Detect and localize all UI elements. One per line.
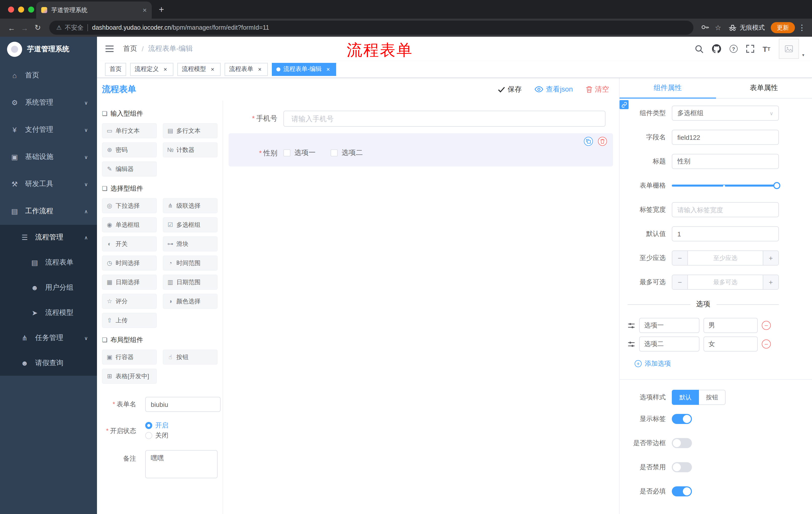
reload-button[interactable]: ↻ (31, 23, 44, 32)
tag-home[interactable]: 首页 (105, 63, 126, 76)
update-button[interactable]: 更新 (771, 22, 795, 33)
sidebar-item-home[interactable]: ⌂首页 (0, 62, 97, 89)
component-table[interactable]: ⊞表格[开发中] (102, 369, 157, 384)
component-multi-text[interactable]: ▤多行文本 (163, 123, 218, 138)
fullscreen-icon[interactable] (746, 45, 754, 53)
increase-button[interactable]: + (763, 251, 778, 265)
maximize-window-button[interactable] (28, 6, 34, 12)
drag-handle-icon[interactable] (628, 340, 635, 348)
sidebar-item-system-mgmt[interactable]: ⚙系统管理∨ (0, 89, 97, 116)
password-key-icon[interactable] (698, 23, 712, 32)
field-name-input[interactable] (672, 130, 779, 145)
breadcrumb-item[interactable]: 首页 (123, 44, 137, 53)
decrease-button[interactable]: − (672, 275, 687, 289)
sidebar-item-infrastructure[interactable]: ▣基础设施∨ (0, 143, 97, 170)
sidebar-item-payment-mgmt[interactable]: ¥支付管理∨ (0, 116, 97, 143)
minimize-window-button[interactable] (18, 6, 24, 12)
option-value-input[interactable] (703, 318, 758, 333)
sidebar-item-task-mgmt[interactable]: ⋔任务管理∨ (0, 325, 97, 351)
component-select[interactable]: ◎下拉选择 (102, 198, 157, 213)
checkbox-icon[interactable] (330, 150, 338, 156)
slider-handle[interactable] (773, 182, 780, 189)
component-time-picker[interactable]: ◷时间选择 (102, 255, 157, 271)
component-cascader[interactable]: ⋔级联选择 (163, 198, 218, 213)
close-icon[interactable]: × (162, 65, 169, 73)
sidebar-logo[interactable]: 芋道管理系统 (0, 37, 97, 62)
add-option-button[interactable]: + 添加选项 (635, 359, 671, 368)
component-radio-group[interactable]: ◉单选框组 (102, 217, 157, 232)
gender-option-2[interactable]: 选项二 (330, 148, 363, 157)
option-name-input[interactable] (639, 336, 699, 352)
status-radio[interactable]: 开启 (145, 421, 179, 430)
component-checkbox-group[interactable]: ☑多选框组 (163, 217, 218, 232)
max-select-input[interactable] (687, 275, 763, 289)
close-icon[interactable]: × (209, 65, 216, 73)
gender-widget-selected[interactable]: 性别 选项一选项二 (229, 133, 613, 166)
component-date-picker[interactable]: ▦日期选择 (102, 275, 157, 290)
tag-process-form[interactable]: 流程表单× (225, 63, 268, 76)
back-button[interactable]: ← (5, 23, 18, 32)
component-row-container[interactable]: ▣行容器 (102, 350, 157, 364)
avatar[interactable] (779, 39, 799, 59)
decrease-button[interactable]: − (672, 251, 687, 265)
component-editor[interactable]: ✎编辑器 (102, 161, 157, 177)
github-icon[interactable] (712, 44, 721, 53)
component-type-select[interactable]: 多选框组 ∨ (672, 106, 779, 121)
tab-close-icon[interactable]: × (143, 6, 147, 14)
bookmark-star-icon[interactable]: ☆ (712, 24, 725, 32)
component-password[interactable]: ⊛密码 (102, 142, 157, 157)
increase-button[interactable]: + (763, 275, 778, 289)
option-style-button[interactable]: 按钮 (699, 390, 726, 405)
component-single-text[interactable]: ▭单行文本 (102, 123, 157, 138)
remove-option-icon[interactable]: − (762, 321, 771, 330)
label-width-input[interactable] (672, 202, 779, 217)
toggle-switch-show-label[interactable] (672, 414, 692, 424)
search-icon[interactable] (695, 45, 703, 53)
sidebar-item-process-model[interactable]: ➤流程模型 (0, 300, 97, 325)
title-input[interactable] (672, 154, 779, 169)
option-value-input[interactable] (703, 336, 758, 352)
min-select-input[interactable] (687, 251, 763, 265)
delete-widget-button[interactable] (598, 137, 607, 146)
component-rate[interactable]: ☆评分 (102, 294, 157, 309)
sidebar-item-process-form[interactable]: ▤流程表单 (0, 250, 97, 275)
sidebar-item-leave-query[interactable]: ☻请假查询 (0, 351, 97, 376)
avatar-dropdown-icon[interactable]: ▼ (802, 53, 805, 57)
view-json-button[interactable]: 查看json (535, 85, 573, 94)
component-counter[interactable]: №计数器 (163, 142, 218, 157)
close-icon[interactable]: × (256, 65, 263, 73)
component-color-picker[interactable]: ◑颜色选择 (163, 294, 218, 309)
component-slider[interactable]: ⊶滑块 (163, 236, 218, 251)
tab-form-props[interactable]: 表单属性 (716, 78, 812, 98)
phone-field[interactable]: 手机号 (229, 111, 606, 127)
toggle-switch-required[interactable] (672, 486, 692, 496)
toggle-switch-disabled[interactable] (672, 462, 692, 472)
component-switch[interactable]: ◐开关 (102, 236, 157, 251)
remove-option-icon[interactable]: − (762, 340, 771, 349)
component-date-range[interactable]: ▥日期范围 (163, 275, 218, 290)
phone-input[interactable] (283, 111, 606, 127)
copy-widget-button[interactable] (584, 137, 593, 146)
toggle-switch-with-border[interactable] (672, 438, 692, 448)
tab-component-props[interactable]: 组件属性 (619, 78, 716, 98)
save-button[interactable]: 保存 (498, 85, 522, 94)
status-radio[interactable]: 关闭 (145, 431, 179, 440)
close-window-button[interactable] (8, 6, 14, 12)
checkbox-icon[interactable] (283, 150, 290, 156)
tag-process-model[interactable]: 流程模型× (177, 63, 221, 76)
component-button[interactable]: ☝按钮 (163, 350, 218, 364)
form-canvas[interactable]: 手机号 (223, 101, 619, 514)
sidebar-item-user-group[interactable]: ☻用户分组 (0, 275, 97, 300)
sidebar-item-dev-tools[interactable]: ⚒研发工具∨ (0, 170, 97, 198)
new-tab-button[interactable]: + (159, 4, 164, 15)
sidebar-item-process-mgmt[interactable]: ☰流程管理∧ (0, 225, 97, 250)
gender-option-1[interactable]: 选项一 (283, 148, 316, 157)
tag-process-form-edit[interactable]: 流程表单-编辑× (272, 63, 336, 76)
hamburger-icon[interactable] (105, 45, 114, 53)
forward-button[interactable]: → (18, 23, 31, 32)
form-grid-slider[interactable] (672, 178, 779, 193)
address-bar[interactable]: ⚠ 不安全 dashboard.yudao.iocoder.cn/bpm/man… (49, 21, 693, 35)
drag-handle-icon[interactable] (628, 322, 635, 329)
component-time-range[interactable]: ◔时间范围 (163, 255, 218, 271)
browser-tab[interactable]: 芋道管理系统 × (36, 1, 152, 19)
